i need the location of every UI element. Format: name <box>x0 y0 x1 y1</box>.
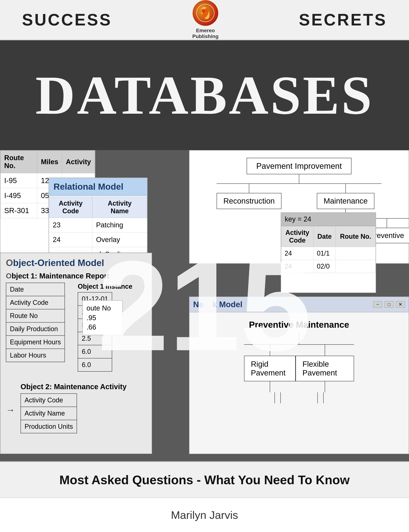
object2-label: Object 2: Maintenance Activity <box>20 383 127 391</box>
obj2-activity-name: Activity Name <box>21 407 77 420</box>
route-cell: I-495 <box>0 188 37 203</box>
query-panel-header: key = 24 <box>281 213 376 226</box>
logo-area: EmereoPublishing <box>192 0 218 39</box>
network-model-content: Preventive Maintenance Rigid Pavement Fl… <box>189 312 409 411</box>
content-area: 215 Route No. Miles Activity I-95 12 Ove… <box>0 150 409 461</box>
object1-label: Object 1: Maintenance Report <box>6 272 146 280</box>
col-activity: Activity <box>62 151 95 173</box>
table-row: 23 Patching <box>49 218 147 233</box>
window-controls: − □ ✕ <box>373 301 405 308</box>
table-row: 24 01/1 <box>281 247 376 260</box>
object2-fields-table: Activity Code Activity Name Production U… <box>20 393 77 433</box>
network-panel-titlebar: Ne k Model − □ ✕ <box>189 297 409 312</box>
oo-arrow: → <box>6 405 15 415</box>
oo-panel-title: Object-Oriented Model <box>6 258 146 268</box>
close-button[interactable]: ✕ <box>396 301 405 308</box>
subtitle-bar: Most Asked Questions - What You Need To … <box>0 461 409 498</box>
col-route-no: Route No. <box>0 151 37 173</box>
route-value-1: .95 <box>86 314 119 322</box>
emereo-logo <box>193 0 218 26</box>
date-col: Date <box>313 226 335 247</box>
field-equipment-hours: Equipment Hours <box>6 335 65 349</box>
query-panel: key = 24 ActivityCode Date Route No. 24 … <box>281 212 376 293</box>
object1-fields-table: Date Activity Code Route No Daily Produc… <box>6 283 65 362</box>
reconstruction-node: Reconstruction <box>217 193 281 209</box>
network-panel-title: Ne k Model <box>193 300 242 309</box>
author-name: Marilyn Jarvis <box>171 509 238 521</box>
rigid-pavement-node: Rigid Pavement <box>244 356 296 381</box>
network-model-panel: Ne k Model − □ ✕ Preventive Maintenance … <box>189 297 409 454</box>
logo-text: EmereoPublishing <box>192 28 218 39</box>
subtitle-text: Most Asked Questions - What You Need To … <box>59 473 350 487</box>
field-date: Date <box>6 283 65 296</box>
activity-name-header: ActivityName <box>92 197 147 218</box>
title-section: DATABASES <box>0 40 409 150</box>
table-row: 24 02/0 <box>281 260 376 273</box>
top-header-bar: SUCCESS EmereoPublishing SECRETS <box>0 0 409 40</box>
activity-code-header: ActivityCode <box>49 197 92 218</box>
route-no-col: Route No. <box>336 226 376 247</box>
success-label: SUCCESS <box>22 10 112 29</box>
obj2-production-units: Production Units <box>21 420 77 433</box>
minimize-button[interactable]: − <box>373 301 382 308</box>
route-label: oute No <box>86 304 119 312</box>
preventive-maintenance-title: Preventive Maintenance <box>249 320 349 330</box>
svg-point-3 <box>201 9 205 13</box>
route-cell: I-95 <box>0 173 37 188</box>
table-row: 24 Overlay <box>49 233 147 247</box>
field-route-no: Route No <box>6 309 65 322</box>
route-value-2: .66 <box>86 323 119 331</box>
route-no-panel: oute No .95 .66 <box>83 300 123 335</box>
relational-model-title: Relational Model <box>49 178 147 196</box>
object1-instance-label: Object 1 Instance <box>78 283 132 290</box>
secrets-label: SECRETS <box>299 10 387 29</box>
activity-code-col: ActivityCode <box>281 226 314 247</box>
author-area: Marilyn Jarvis <box>0 498 409 532</box>
restore-button[interactable]: □ <box>384 301 394 308</box>
hierarchy-root: Pavement Improvement <box>247 158 351 174</box>
field-activity-code: Activity Code <box>6 296 65 309</box>
field-labor-hours: Labor Hours <box>6 349 65 362</box>
route-cell: SR-301 <box>0 203 37 218</box>
col-miles: Miles <box>37 151 62 173</box>
flexible-pavement-node: Flexible Pavement <box>296 356 354 381</box>
maintenance-node: Maintenance <box>317 193 374 209</box>
oo-model-panel: Object-Oriented Model Object 1: Maintena… <box>0 253 152 454</box>
field-daily-production: Daily Production <box>6 322 65 335</box>
obj2-activity-code: Activity Code <box>21 394 77 407</box>
main-title: DATABASES <box>35 64 374 127</box>
